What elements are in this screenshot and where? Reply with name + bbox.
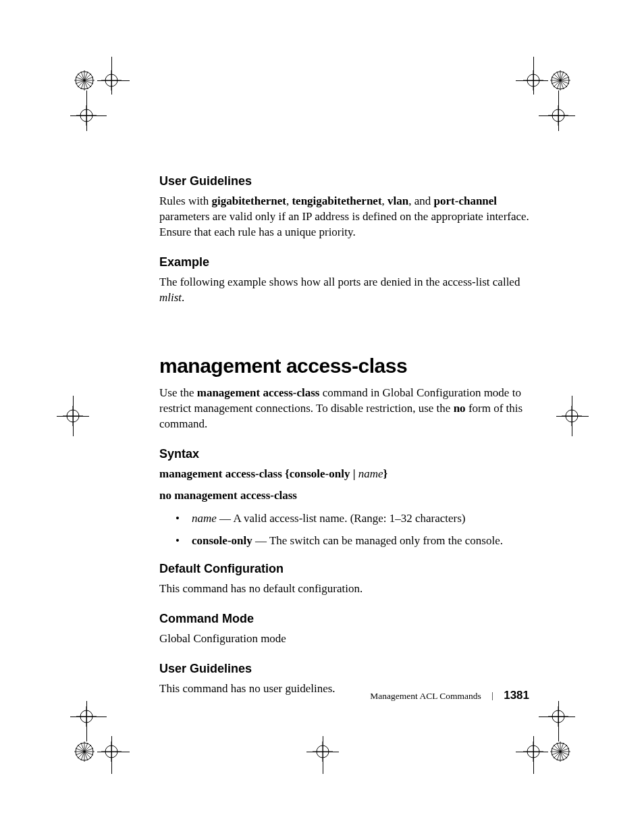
text: The following example shows how all port… (159, 276, 520, 288)
footer-page-number: 1381 (504, 689, 529, 702)
text: Use the (159, 386, 197, 399)
text: . (182, 291, 184, 304)
text: — The switch can be managed only from th… (252, 534, 503, 547)
reg-mark-icon (550, 70, 570, 90)
crop-line (556, 416, 589, 417)
footer-separator-icon: | (491, 690, 493, 700)
footer-chapter: Management ACL Commands (370, 691, 481, 701)
heading-syntax: Syntax (159, 447, 529, 461)
crop-line (306, 752, 339, 752)
syntax-text: management access-class {console-only | (159, 467, 358, 480)
variable: name (358, 467, 383, 480)
user-guidelines-body-1: Rules with gigabitethernet, tengigabitet… (159, 194, 529, 240)
crop-line (97, 752, 130, 752)
heading-example: Example (159, 255, 529, 269)
crop-line (111, 57, 112, 95)
default-config-body: This command has no default configuratio… (159, 581, 529, 597)
heading-command-mode: Command Mode (159, 612, 529, 626)
text: Rules with (159, 194, 211, 207)
variable: name (192, 512, 217, 525)
crop-line (539, 115, 575, 116)
crop-line (323, 736, 323, 774)
parameter-list: name — A valid access-list name. (Range:… (159, 511, 529, 549)
reg-mark-icon (74, 741, 95, 762)
syntax-line-1: management access-class {console-only | … (159, 467, 529, 482)
page: User Guidelines Rules with gigabitethern… (0, 0, 644, 834)
reg-mark-icon (550, 741, 570, 762)
syntax-text: } (383, 467, 388, 480)
heading-user-guidelines-2: User Guidelines (159, 662, 529, 676)
keyword: no (454, 402, 466, 415)
command-intro: Use the management access-class command … (159, 386, 529, 432)
syntax-line-2: no management access-class (159, 488, 529, 504)
keyword: port-channel (434, 194, 498, 207)
text: parameters are valid only if an IP addre… (159, 210, 529, 238)
crop-line (558, 90, 559, 131)
keyword: console-only (192, 534, 252, 547)
content-area: User Guidelines Rules with gigabitethern… (159, 174, 529, 708)
text: , (382, 194, 388, 207)
variable: mlist (159, 291, 182, 304)
keyword: tengigabitethernet (292, 194, 381, 207)
command-mode-body: Global Configuration mode (159, 631, 529, 647)
text: , and (408, 194, 433, 207)
crop-line (111, 736, 112, 774)
crop-line (70, 716, 107, 717)
keyword: gigabitethernet (211, 194, 286, 207)
crop-line (533, 736, 534, 774)
crop-line (86, 701, 87, 741)
list-item: name — A valid access-list name. (Range:… (159, 511, 529, 527)
crop-line (516, 752, 548, 752)
keyword: vlan (387, 194, 408, 207)
crop-line (57, 416, 89, 417)
crop-line (97, 80, 130, 81)
crop-line (516, 80, 548, 81)
crop-line (539, 716, 575, 717)
text: — A valid access-list name. (Range: 1–32… (217, 512, 466, 525)
example-body: The following example shows how all port… (159, 275, 529, 306)
list-item: console-only — The switch can be managed… (159, 533, 529, 550)
crop-line (86, 90, 87, 131)
heading-user-guidelines-1: User Guidelines (159, 174, 529, 188)
reg-mark-icon (74, 70, 95, 90)
heading-default-config: Default Configuration (159, 562, 529, 576)
page-footer: Management ACL Commands | 1381 (0, 689, 644, 702)
crop-line (533, 57, 534, 95)
crop-line (558, 701, 559, 741)
command-title: management access-class (159, 355, 529, 377)
crop-line (70, 115, 107, 116)
command-name: management access-class (197, 386, 320, 399)
